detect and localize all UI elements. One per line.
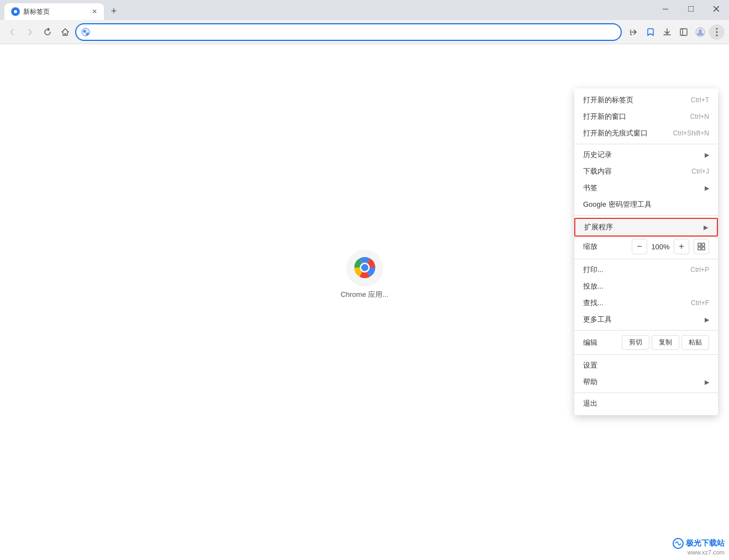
tab-close-button[interactable]: ✕ (90, 7, 99, 17)
divider-4 (574, 330, 718, 331)
forward-button[interactable] (22, 24, 38, 40)
menu-label-extensions: 扩展程序 (584, 222, 699, 232)
menu-label-cast: 投放... (583, 281, 709, 291)
close-button[interactable] (704, 0, 729, 18)
svg-point-17 (361, 264, 368, 271)
svg-rect-21 (702, 247, 705, 250)
zoom-value: 100% (649, 243, 672, 251)
menu-item-settings[interactable]: 设置 (574, 357, 718, 374)
browser-toolbar: 🐾 (0, 20, 729, 44)
chrome-apps-label: Chrome 应用... (340, 290, 389, 300)
menu-label-new-tab: 打开新的标签页 (583, 95, 691, 105)
profile-button[interactable] (693, 24, 708, 40)
menu-item-history[interactable]: 历史记录 ▶ (574, 146, 718, 163)
menu-label-help: 帮助 (583, 377, 700, 387)
main-content: Chrome 应用... 打开新的标签页 Ctrl+T 打开新的窗口 Ctrl+… (0, 44, 729, 560)
menu-item-extensions[interactable]: 扩展程序 ▶ (574, 218, 718, 237)
menu-label-passwords: Google 密码管理工具 (583, 200, 709, 210)
svg-text:🐾: 🐾 (82, 29, 90, 36)
divider-1 (574, 144, 718, 144)
paste-button[interactable]: 粘贴 (681, 335, 709, 350)
menu-item-more-tools[interactable]: 更多工具 ▶ (574, 311, 718, 328)
menu-item-bookmarks[interactable]: 书签 ▶ (574, 180, 718, 196)
menu-item-downloads[interactable]: 下载内容 Ctrl+J (574, 163, 718, 180)
cut-button[interactable]: 剪切 (622, 335, 649, 350)
back-button[interactable] (4, 24, 20, 40)
watermark: 极光下载站 www.xz7.com (673, 538, 725, 556)
divider-3 (574, 259, 718, 259)
more-tools-arrow-icon: ▶ (705, 316, 709, 323)
menu-shortcut-find: Ctrl+F (691, 299, 709, 307)
svg-point-13 (716, 31, 718, 33)
menu-label-incognito: 打开新的无痕式窗口 (583, 128, 673, 138)
address-bar-container: 🐾 (75, 23, 622, 41)
tab-favicon (11, 7, 20, 16)
menu-label-bookmarks: 书签 (583, 183, 700, 193)
bookmarks-arrow-icon: ▶ (705, 185, 709, 192)
menu-label-downloads: 下载内容 (583, 166, 691, 176)
chrome-icon-circle (347, 250, 382, 285)
fullscreen-button[interactable] (694, 239, 709, 254)
menu-label-exit: 退出 (583, 399, 709, 409)
new-tab-button[interactable]: + (106, 3, 122, 19)
menu-button[interactable] (709, 24, 725, 40)
tab-strip: 新标签页 ✕ + (0, 0, 122, 20)
menu-label-find: 查找... (583, 298, 691, 308)
address-input[interactable] (75, 23, 622, 41)
restore-button[interactable] (678, 0, 704, 18)
menu-item-help[interactable]: 帮助 ▶ (574, 374, 718, 390)
edit-label: 编辑 (583, 338, 620, 348)
zoom-row: 缩放 − 100% + (574, 237, 718, 257)
bookmark-button[interactable] (643, 24, 658, 40)
menu-label-more-tools: 更多工具 (583, 315, 700, 325)
svg-rect-20 (698, 247, 701, 250)
svg-rect-19 (702, 243, 705, 246)
menu-shortcut-downloads: Ctrl+J (691, 168, 709, 175)
menu-item-exit[interactable]: 退出 (574, 395, 718, 412)
menu-shortcut-incognito: Ctrl+Shift+N (673, 129, 709, 137)
menu-item-print[interactable]: 打印... Ctrl+P (574, 261, 718, 278)
copy-button[interactable]: 复制 (652, 335, 679, 350)
watermark-brand: 极光下载站 (673, 538, 725, 549)
reload-button[interactable] (40, 24, 55, 40)
zoom-label: 缩放 (583, 242, 632, 252)
context-menu: 打开新的标签页 Ctrl+T 打开新的窗口 Ctrl+N 打开新的无痕式窗口 C… (574, 88, 718, 415)
svg-rect-18 (698, 243, 701, 246)
toolbar-right (626, 24, 725, 40)
menu-item-passwords[interactable]: Google 密码管理工具 (574, 196, 718, 213)
zoom-controls: − 100% + (632, 239, 709, 254)
menu-label-settings: 设置 (583, 360, 709, 370)
menu-item-new-window[interactable]: 打开新的窗口 Ctrl+N (574, 108, 718, 125)
menu-item-new-tab[interactable]: 打开新的标签页 Ctrl+T (574, 92, 718, 108)
address-icon: 🐾 (81, 27, 91, 37)
svg-point-1 (14, 10, 17, 13)
zoom-in-button[interactable]: + (674, 239, 689, 254)
edit-row: 编辑 剪切 复制 粘贴 (574, 333, 718, 352)
svg-rect-8 (680, 29, 687, 35)
menu-shortcut-new-tab: Ctrl+T (691, 96, 709, 104)
share-button[interactable] (626, 24, 642, 40)
active-tab[interactable]: 新标签页 ✕ (4, 3, 104, 20)
sidebar-button[interactable] (676, 24, 691, 40)
menu-item-incognito[interactable]: 打开新的无痕式窗口 Ctrl+Shift+N (574, 125, 718, 142)
menu-label-new-window: 打开新的窗口 (583, 112, 690, 122)
svg-point-14 (716, 34, 718, 36)
menu-label-print: 打印... (583, 265, 690, 275)
title-bar: 新标签页 ✕ + (0, 0, 729, 20)
zoom-out-button[interactable]: − (632, 239, 647, 254)
history-arrow-icon: ▶ (705, 151, 709, 159)
watermark-url: www.xz7.com (688, 549, 725, 556)
menu-item-find[interactable]: 查找... Ctrl+F (574, 295, 718, 311)
divider-6 (574, 392, 718, 393)
menu-shortcut-new-window: Ctrl+N (690, 113, 709, 121)
divider-5 (574, 354, 718, 355)
home-button[interactable] (57, 24, 73, 40)
menu-shortcut-print: Ctrl+P (690, 266, 709, 274)
minimize-button[interactable] (653, 0, 678, 18)
help-arrow-icon: ▶ (705, 379, 709, 386)
menu-item-cast[interactable]: 投放... (574, 278, 718, 295)
download-button[interactable] (659, 24, 675, 40)
svg-point-12 (716, 28, 718, 29)
extensions-arrow-icon: ▶ (704, 224, 708, 231)
window-controls (653, 0, 729, 18)
